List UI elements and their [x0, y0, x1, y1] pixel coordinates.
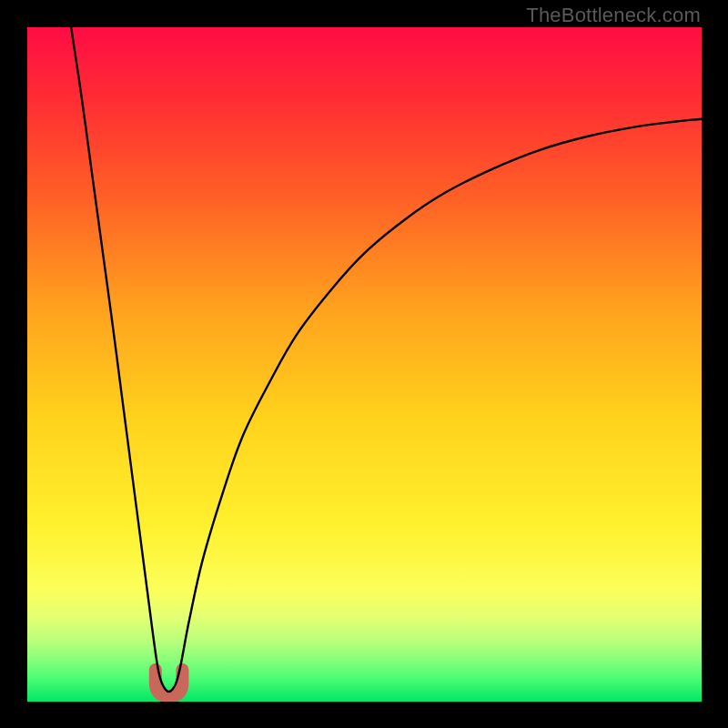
plot-area [27, 27, 702, 702]
chart-frame: TheBottleneck.com [0, 0, 728, 728]
chart-svg [27, 27, 702, 702]
watermark-text: TheBottleneck.com [526, 4, 701, 27]
gradient-background [27, 27, 702, 702]
